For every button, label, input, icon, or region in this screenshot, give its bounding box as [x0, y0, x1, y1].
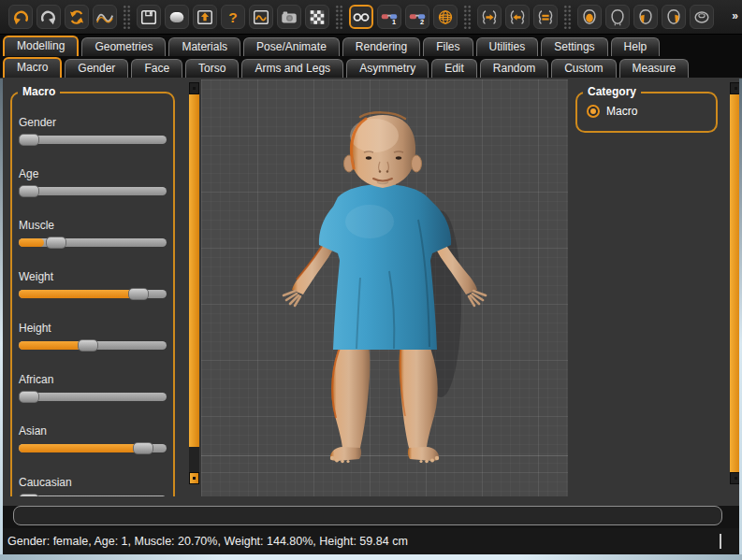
- height-slider-track[interactable]: [19, 341, 167, 350]
- view-back-button[interactable]: [605, 5, 630, 29]
- asian-slider-label: Asian: [19, 424, 173, 438]
- grab-screen-button[interactable]: [277, 5, 301, 29]
- slider-muscle: Muscle: [19, 219, 173, 270]
- subtab-edit[interactable]: Edit: [431, 59, 477, 78]
- human-model[interactable]: [201, 79, 568, 496]
- left-scrollbar-thumb[interactable]: [189, 94, 199, 447]
- subtab-macro[interactable]: Macro: [3, 57, 62, 78]
- category-groupbox-title: Category: [583, 85, 641, 99]
- left-scrollbar[interactable]: [189, 82, 199, 497]
- age-slider-label: Age: [19, 167, 173, 180]
- save-button[interactable]: [137, 5, 161, 29]
- tab-utilities[interactable]: Utilities: [476, 37, 539, 56]
- save-render-icon: [252, 8, 270, 26]
- toolbar-separator: [123, 5, 131, 29]
- african-slider-track[interactable]: [19, 393, 167, 401]
- tab-materials[interactable]: Materials: [168, 37, 240, 56]
- slider-gender: Gender: [19, 116, 173, 167]
- subtab-arms-and-legs[interactable]: Arms and Legs: [241, 59, 343, 78]
- subtab-custom[interactable]: Custom: [551, 59, 616, 78]
- viewport-3d[interactable]: [201, 79, 568, 496]
- save-render-button[interactable]: [249, 5, 273, 29]
- height-slider-label: Height: [19, 322, 173, 335]
- left-scrollbar-bottom-button[interactable]: [189, 472, 199, 484]
- view-right-button[interactable]: [662, 5, 686, 29]
- tab-geometries[interactable]: Geometries: [81, 37, 166, 56]
- scroll-dot-icon: [193, 87, 196, 90]
- caucasian-slider-track[interactable]: [19, 495, 167, 496]
- redo-button[interactable]: [36, 5, 61, 29]
- subtab-face[interactable]: Face: [131, 59, 182, 78]
- export-button[interactable]: [193, 5, 217, 29]
- face-arrow-right-button[interactable]: [477, 5, 502, 29]
- tab-modelling[interactable]: Modelling: [3, 36, 79, 56]
- left-scrollbar-track[interactable]: [189, 447, 199, 472]
- status-caret: [720, 534, 721, 549]
- muscle-slider-label: Muscle: [19, 219, 173, 232]
- height-slider-handle[interactable]: [78, 339, 98, 352]
- smooth-button[interactable]: [93, 5, 117, 29]
- subtab-measure[interactable]: Measure: [619, 59, 690, 78]
- view-front-icon: [580, 8, 599, 26]
- reset-button[interactable]: [65, 5, 89, 29]
- status-bar: Gender: female, Age: 1, Muscle: 20.70%, …: [0, 528, 742, 554]
- scroll-dot-icon: [735, 477, 737, 480]
- scroll-dot-icon: [193, 477, 196, 480]
- face-arrow-left-button[interactable]: [505, 5, 530, 29]
- caucasian-slider-handle[interactable]: [19, 494, 39, 496]
- view-right-icon: [664, 8, 683, 26]
- subtab-gender[interactable]: Gender: [65, 59, 128, 78]
- window-border-bottom: [0, 554, 742, 560]
- asian-slider-handle[interactable]: [133, 442, 153, 454]
- stereo-view-2-button[interactable]: 2: [405, 5, 429, 29]
- load-button[interactable]: [165, 5, 189, 29]
- muscle-slider-track[interactable]: [19, 238, 167, 247]
- toolbar-buttons: ?12: [8, 5, 714, 29]
- subtab-asymmetry[interactable]: Asymmetry: [346, 59, 429, 78]
- tab-settings[interactable]: Settings: [541, 37, 607, 56]
- tab-rendering[interactable]: Rendering: [342, 37, 420, 56]
- view-left-button[interactable]: [633, 5, 658, 29]
- toggle-background-button[interactable]: [305, 5, 329, 29]
- age-slider-track[interactable]: [19, 187, 167, 195]
- asian-slider-track[interactable]: [19, 444, 167, 452]
- mono-view-icon: [352, 8, 371, 26]
- stereo-view-1-button[interactable]: 1: [377, 5, 401, 29]
- slider-asian: Asian: [19, 424, 173, 476]
- tab-pose-animate[interactable]: Pose/Animate: [243, 37, 340, 56]
- smooth-icon: [95, 8, 114, 26]
- undo-button[interactable]: [8, 5, 33, 29]
- muscle-slider-handle[interactable]: [46, 237, 66, 249]
- weight-slider-handle[interactable]: [128, 288, 149, 300]
- weight-slider-track[interactable]: [19, 290, 167, 298]
- radio-dot-icon: [590, 108, 596, 114]
- app-window: ?12 » ModellingGeometriesMaterialsPose/A…: [0, 0, 742, 560]
- help-button[interactable]: ?: [221, 5, 245, 29]
- gender-slider-track[interactable]: [19, 136, 167, 144]
- background-grid-icon: [308, 8, 327, 26]
- wireframe-icon: [436, 8, 455, 26]
- view-front-button[interactable]: [577, 5, 602, 29]
- muscle-slider-fill: [19, 238, 44, 247]
- wireframe-button[interactable]: [433, 5, 458, 29]
- tab-help[interactable]: Help: [611, 37, 661, 56]
- gender-slider-handle[interactable]: [19, 134, 39, 146]
- head-arrow-left-icon: [508, 8, 527, 26]
- export-icon: [196, 8, 214, 26]
- age-slider-handle[interactable]: [19, 185, 39, 197]
- head-arrow-right-icon: [480, 8, 499, 26]
- african-slider-handle[interactable]: [19, 391, 39, 403]
- status-text: Gender: female, Age: 1, Muscle: 20.70%, …: [7, 535, 408, 548]
- tab-files[interactable]: Files: [423, 37, 473, 56]
- stereo-1-icon: 1: [380, 8, 399, 26]
- face-equal-button[interactable]: [533, 5, 558, 29]
- left-scrollbar-top-button[interactable]: [189, 82, 199, 94]
- subtab-torso[interactable]: Torso: [185, 59, 239, 78]
- sub-tab-bar: MacroGenderFaceTorsoArms and LegsAsymmet…: [0, 56, 742, 78]
- toolbar-overflow-button[interactable]: »: [732, 9, 738, 22]
- subtab-random[interactable]: Random: [480, 59, 548, 78]
- mono-view-button[interactable]: [349, 5, 373, 29]
- view-top-button[interactable]: [690, 5, 714, 29]
- window-border-left: [0, 79, 3, 560]
- reset-icon: [67, 8, 86, 26]
